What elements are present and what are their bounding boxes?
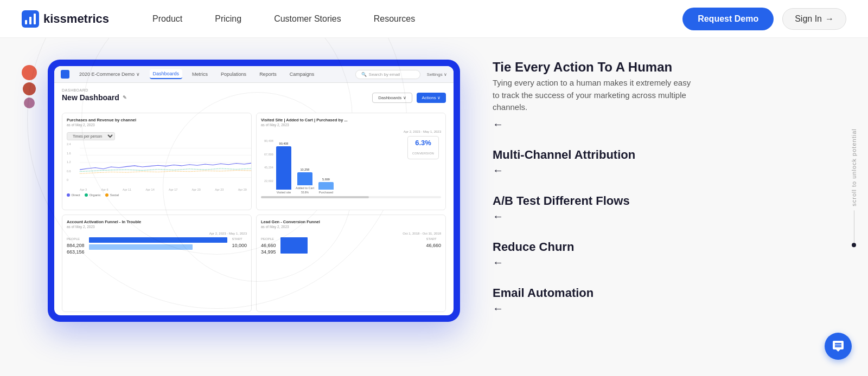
svg-rect-3 bbox=[34, 14, 36, 24]
chart3-daterange: Apr 2, 2023 - May 1, 2023 bbox=[67, 232, 247, 235]
chart3-val2: 663,156 bbox=[67, 249, 85, 255]
feature4-arrow[interactable]: ← bbox=[493, 256, 846, 269]
feature2-arrow[interactable]: ← bbox=[493, 164, 846, 177]
request-demo-button[interactable]: Request Demo bbox=[682, 8, 774, 30]
feature5-title: Email Automation bbox=[493, 286, 846, 300]
chart3-date: as of May 2, 2023 bbox=[67, 225, 141, 229]
chart4-date: as of May 2, 2023 bbox=[261, 225, 441, 229]
dashboard-title-area: DASHBOARD New Dashboard ✎ bbox=[62, 88, 127, 107]
charts-grid: Purchases and Revenue by channel as of M… bbox=[62, 113, 446, 312]
actions-button[interactable]: Actions ∨ bbox=[417, 93, 446, 103]
feature-tie-every-action: Tie Every Action To A Human Tying every … bbox=[493, 60, 846, 131]
chart-lead-gen: Lead Gen - Conversion Funnel as of May 2… bbox=[256, 215, 446, 312]
dashboard-header: DASHBOARD New Dashboard ✎ Dashboards ∨ A… bbox=[62, 88, 446, 107]
chart3-val1: 884,208 bbox=[67, 243, 85, 248]
chart1-y-labels: 2.4 1.6 1.2 0.6 0 bbox=[67, 142, 71, 181]
tablet-nav-dashboards: Dashboards bbox=[150, 69, 183, 79]
chart2-y-labels: 90,408 67,806 45,204 22,602 bbox=[264, 139, 273, 183]
conversion-label: CONVERSION bbox=[412, 152, 434, 155]
tablet-screen: 2020 E-Commerce Demo ∨ Dashboards Metric… bbox=[54, 66, 454, 315]
bar-added-to-cart: 10,258 Added to Cart 55.8% bbox=[296, 168, 314, 194]
feature2-title: Multi-Channel Attribution bbox=[493, 148, 846, 162]
chart3-start: 10,000 bbox=[232, 243, 247, 248]
feature4-title: Reduce Churn bbox=[493, 240, 846, 254]
sign-in-button[interactable]: Sign In → bbox=[782, 8, 846, 30]
scroll-dot bbox=[852, 243, 856, 248]
bar-purchased-bar bbox=[318, 182, 334, 190]
chart-visited-site: Visited Site | Added to Cart | Purchased… bbox=[256, 113, 446, 210]
chart3-content: PEOPLE 884,208 663,156 bbox=[67, 237, 247, 255]
chart-account-funnel: Account Activation Funnel - In Trouble a… bbox=[62, 215, 252, 312]
stack-circle-2 bbox=[23, 82, 36, 95]
chart1-legend: Direct Organic Social bbox=[67, 193, 247, 197]
tablet-nav-metrics: Metrics bbox=[189, 70, 211, 79]
right-panel: Tie Every Action To A Human Tying every … bbox=[460, 54, 846, 332]
tablet-settings: Settings ∨ bbox=[427, 72, 447, 77]
stack-circle-3 bbox=[24, 98, 35, 108]
chart4-content: PEOPLE 46,660 34,995 START 46,660 bbox=[261, 237, 441, 255]
tablet-nav-reports: Reports bbox=[256, 70, 280, 79]
chart4-val1: 46,660 bbox=[261, 243, 276, 248]
chart1-x-labels: Apr 3 Apr 6 Apr 11 Apr 14 Apr 17 Apr 20 … bbox=[80, 188, 247, 191]
svg-rect-2 bbox=[29, 17, 31, 24]
chart4-bar1 bbox=[280, 237, 308, 254]
chart1-date: as of May 2, 2023 bbox=[67, 123, 247, 127]
chart1-select[interactable]: Times per person bbox=[67, 132, 115, 140]
nav-right: Request Demo Sign In → bbox=[682, 8, 846, 30]
tablet-nav-campaigns: Campaigns bbox=[286, 70, 318, 79]
feature3-title: A/B Test Different Flows bbox=[493, 194, 846, 208]
line-chart-svg bbox=[80, 142, 252, 183]
tablet-nav-populations: Populations bbox=[218, 70, 250, 79]
tablet-navbar: 2020 E-Commerce Demo ∨ Dashboards Metric… bbox=[54, 66, 454, 83]
search-icon: 🔍 bbox=[361, 72, 367, 77]
dashboard-title: New Dashboard ✎ bbox=[62, 93, 127, 102]
nav-product[interactable]: Product bbox=[152, 14, 182, 24]
bar-added-to-cart-bar bbox=[297, 172, 312, 185]
feature5-arrow[interactable]: ← bbox=[493, 302, 846, 315]
scroll-label: scroll to unlock potential bbox=[851, 128, 857, 206]
feature-multi-channel: Multi-Channel Attribution ← bbox=[493, 148, 846, 177]
tablet-logo-icon bbox=[61, 70, 69, 79]
chart-purchases-revenue: Purchases and Revenue by channel as of M… bbox=[62, 113, 252, 210]
nav-links: Product Pricing Customer Stories Resourc… bbox=[152, 14, 682, 24]
nav-resources[interactable]: Resources bbox=[374, 14, 415, 24]
feature3-arrow[interactable]: ← bbox=[493, 210, 846, 223]
chart4-daterange: Oct 1, 2018 - Oct 31, 2018 bbox=[261, 232, 441, 235]
feature1-arrow[interactable]: ← bbox=[493, 118, 846, 131]
logo-area[interactable]: kissmetrics bbox=[22, 10, 109, 28]
tablet-nav-demo: 2020 E-Commerce Demo ∨ bbox=[76, 70, 143, 79]
chart2-scrollbar bbox=[261, 196, 441, 198]
tablet-mockup: 2020 E-Commerce Demo ∨ Dashboards Metric… bbox=[48, 60, 460, 322]
bar-purchased: 5,699 Purchased bbox=[318, 178, 334, 194]
chart2-scrollbar-thumb bbox=[261, 196, 369, 198]
chart4-start: 46,660 bbox=[426, 243, 441, 248]
bar-visited-site-bar bbox=[276, 146, 291, 190]
conversion-badge: 6.3% CONVERSION bbox=[407, 136, 439, 159]
funnel-bar-1 bbox=[89, 237, 228, 243]
nav-customer-stories[interactable]: Customer Stories bbox=[274, 14, 341, 24]
scroll-line bbox=[854, 211, 854, 243]
feature-ab-test: A/B Test Different Flows ← bbox=[493, 194, 846, 223]
funnel-bar-2 bbox=[89, 244, 193, 250]
feature-reduce-churn: Reduce Churn ← bbox=[493, 240, 846, 269]
bar-visited-site: 90,408 Visited site bbox=[276, 142, 291, 194]
scroll-indicator: scroll to unlock potential bbox=[851, 128, 857, 247]
chart3-header: Account Activation Funnel - In Trouble a… bbox=[67, 219, 247, 232]
tablet-search: 🔍 Search by email bbox=[355, 70, 420, 79]
logo-text: kissmetrics bbox=[43, 12, 109, 26]
chat-button[interactable] bbox=[825, 333, 852, 360]
nav-pricing[interactable]: Pricing bbox=[215, 14, 241, 24]
dashboards-dropdown-button[interactable]: Dashboards ∨ bbox=[372, 93, 412, 103]
navbar: kissmetrics Product Pricing Customer Sto… bbox=[0, 0, 868, 38]
edit-icon: ✎ bbox=[123, 95, 127, 100]
feature1-title: Tie Every Action To A Human bbox=[493, 60, 846, 75]
stack-circle-1 bbox=[22, 65, 37, 80]
chart4-val2: 34,995 bbox=[261, 249, 276, 255]
chart3-title: Account Activation Funnel - In Trouble bbox=[67, 219, 141, 224]
feature-email-automation: Email Automation ← bbox=[493, 286, 846, 315]
left-stack-decoration bbox=[22, 65, 37, 108]
chart2-daterange: Apr 2, 2023 - May 1, 2023 bbox=[261, 130, 441, 133]
chart4-title: Lead Gen - Conversion Funnel bbox=[261, 219, 441, 224]
chart2-title: Visited Site | Added to Cart | Purchased… bbox=[261, 118, 441, 122]
tablet-action-buttons: Dashboards ∨ Actions ∨ bbox=[372, 93, 446, 103]
